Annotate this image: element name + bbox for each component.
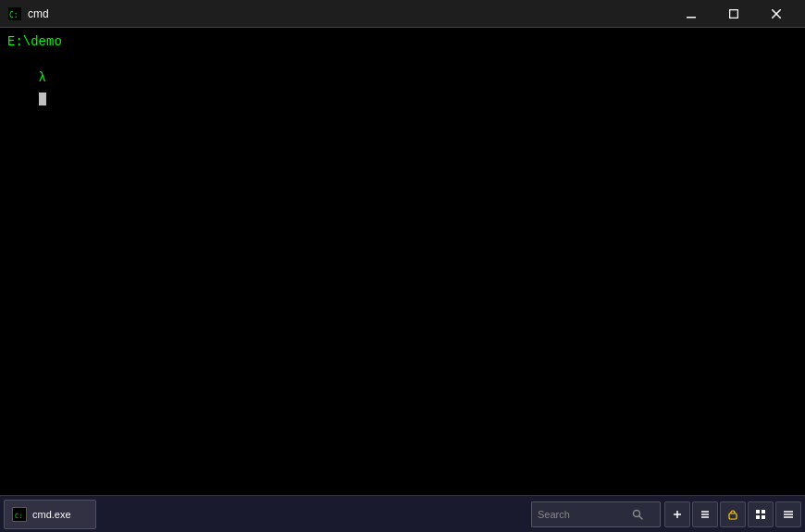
- svg-rect-18: [756, 515, 760, 519]
- svg-rect-15: [729, 513, 737, 519]
- dropdown-button[interactable]: [692, 501, 718, 527]
- terminal-body[interactable]: E:\demo λ: [0, 28, 805, 495]
- svg-rect-16: [756, 510, 760, 513]
- taskbar: C: cmd.exe: [0, 495, 805, 532]
- search-input[interactable]: [538, 509, 630, 520]
- svg-rect-19: [762, 515, 765, 519]
- taskbar-search-box[interactable]: [531, 501, 661, 527]
- taskbar-app-label: cmd.exe: [32, 509, 71, 520]
- taskbar-app-icon: C:: [12, 507, 27, 522]
- terminal-line-2: λ: [7, 52, 798, 124]
- cmd-icon: C:: [7, 6, 22, 21]
- window-title: cmd: [28, 7, 670, 20]
- grid-button[interactable]: [748, 501, 774, 527]
- svg-rect-17: [762, 510, 765, 513]
- terminal-cursor: [39, 93, 46, 105]
- search-icon: [630, 507, 645, 522]
- lock-button[interactable]: [720, 501, 746, 527]
- svg-text:C:: C:: [15, 513, 22, 520]
- taskbar-actions: [664, 501, 801, 527]
- svg-line-9: [639, 515, 643, 519]
- taskbar-app-cmd[interactable]: C: cmd.exe: [4, 500, 96, 529]
- close-button[interactable]: [755, 0, 798, 28]
- svg-text:C:: C:: [9, 11, 19, 19]
- svg-rect-2: [687, 17, 696, 19]
- title-bar: C: cmd: [0, 0, 805, 28]
- minimize-button[interactable]: [670, 0, 712, 28]
- window-controls: [670, 0, 798, 28]
- svg-rect-3: [730, 9, 738, 18]
- list-button[interactable]: [775, 501, 801, 527]
- terminal-line-1: E:\demo: [7, 33, 798, 52]
- maximize-button[interactable]: [712, 0, 755, 28]
- add-button[interactable]: [664, 501, 690, 527]
